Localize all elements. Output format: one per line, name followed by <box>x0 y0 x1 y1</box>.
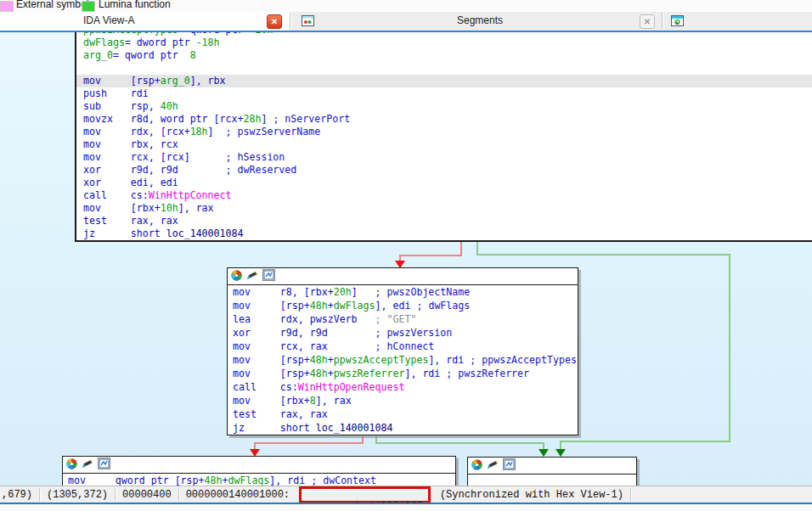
asm-line[interactable]: mov [rsp+48h+dwFlags], edi ; dwFlags <box>228 299 578 312</box>
asm-block-body: mov r8, [rbx+20h] ; pwszObjectNamemov [r… <box>228 285 578 435</box>
edge-red-mid-to-bottom-left <box>255 436 363 450</box>
status-address: 0000000140001000: <box>179 487 296 503</box>
dock-tab-bar: IDA View-A ✕ Segments ✕ <box>0 12 812 31</box>
block-titlebar <box>468 458 636 474</box>
status-divider <box>630 488 631 502</box>
asm-line[interactable]: xor r9d, r9d ; dwReserved <box>76 164 812 177</box>
bottom-strip <box>0 504 812 511</box>
ida-graph-view[interactable]: ppwszAcceptTypes= qword ptr -20hdwFlags=… <box>0 32 812 486</box>
asm-block-body: mov qword ptr [rsp+48h+dwFlags], rdi ; d… <box>63 474 455 486</box>
color-wheel-icon[interactable] <box>66 458 77 472</box>
asm-block-body: ppwszAcceptTypes= qword ptr -20hdwFlags=… <box>76 32 812 240</box>
lumina-function-label: Lumina function <box>99 0 171 12</box>
edit-block-icon[interactable] <box>487 459 499 473</box>
lumina-function-swatch <box>82 1 95 12</box>
asm-line[interactable]: push rdi <box>76 87 812 100</box>
arrowhead-dark-green <box>539 449 549 457</box>
asm-line[interactable]: test rax, rax <box>228 407 578 421</box>
asm-line[interactable]: mov rcx, rax ; hConnect <box>228 340 578 353</box>
asm-line[interactable]: jz short loc_140001084 <box>76 227 812 240</box>
status-cursor-pos-partial: ,679) <box>0 487 39 503</box>
asm-line[interactable]: mov [rbx+8], rax <box>228 394 578 407</box>
asm-line[interactable]: mov rdx, [rcx+18h] ; pswzServerName <box>76 126 812 138</box>
color-legend-bar: External symbol Lumina function <box>0 0 812 13</box>
edit-block-icon[interactable] <box>246 270 258 284</box>
status-bar: ,679) (1305,372) 00000400 00000001400010… <box>0 486 812 503</box>
tab-segments-label: Segments <box>457 14 503 26</box>
tab-separator-highlight <box>290 13 291 30</box>
arrowhead-dark-green <box>555 449 566 457</box>
close-segments-button[interactable]: ✕ <box>640 14 655 29</box>
asm-line[interactable]: sub rsp, 40h <box>76 100 812 113</box>
tab-extra-pane[interactable] <box>664 12 812 31</box>
close-ida-view-button[interactable]: ✕ <box>267 14 282 29</box>
asm-line[interactable]: call cs:WinHttpConnect <box>76 189 812 202</box>
asm-line[interactable]: jz short loc_140001084 <box>228 421 578 435</box>
basic-block-entry[interactable]: ppwszAcceptTypes= qword ptr -20hdwFlags=… <box>75 32 812 242</box>
tab-ida-view-a[interactable]: IDA View-A ✕ <box>0 12 290 31</box>
asm-line[interactable]: arg_0= qword ptr 8 <box>76 49 812 62</box>
ida-pro-window: External symbol Lumina function IDA View… <box>0 0 812 511</box>
external-symbol-label: External symbol <box>16 0 88 12</box>
edge-red-top-to-mid <box>400 242 461 261</box>
asm-line[interactable]: mov qword ptr [rsp+48h+dwFlags], rdi ; d… <box>63 474 455 486</box>
basic-block-bottom-right[interactable] <box>467 457 637 486</box>
tab-ida-view-a-label: IDA View-A <box>83 14 134 26</box>
graph-frame-icon[interactable] <box>503 458 516 473</box>
asm-line[interactable]: call cs:WinHttpOpenRequest <box>228 380 578 394</box>
status-file-offset: 00000400 <box>116 487 178 503</box>
asm-line[interactable]: mov [rsp+arg_0], rbx <box>76 75 812 87</box>
status-sync-text: (Synchronized with Hex View-1) <box>433 487 630 503</box>
color-wheel-icon[interactable] <box>231 270 242 284</box>
asm-line[interactable]: movzx r8d, word ptr [rcx+28h] ; nServerP… <box>76 113 812 126</box>
window-icon <box>302 14 314 31</box>
asm-line[interactable]: test rax, rax <box>76 215 812 227</box>
asm-line[interactable]: mov rbx, rcx <box>76 138 812 151</box>
color-wheel-icon[interactable] <box>471 459 482 473</box>
asm-line[interactable]: mov r8, [rbx+20h] ; pwszObjectName <box>228 285 578 299</box>
asm-line[interactable]: mov rcx, [rcx] ; hSession <box>76 151 812 164</box>
tab-segments[interactable]: Segments ✕ <box>293 12 662 31</box>
graph-frame-icon[interactable] <box>262 269 275 284</box>
basic-block-bottom-left[interactable]: mov qword ptr [rsp+48h+dwFlags], rdi ; d… <box>62 456 456 486</box>
asm-line[interactable]: dwFlags= dword ptr -18h <box>76 36 812 49</box>
basic-block-winhttpopenrequest[interactable]: mov r8, [rbx+20h] ; pwszObjectNamemov [r… <box>227 267 578 435</box>
window-icon <box>671 14 684 31</box>
asm-line[interactable]: mov [rsp+48h+ppwszAcceptTypes], rdi ; pp… <box>228 353 578 367</box>
graph-frame-icon[interactable] <box>98 458 110 472</box>
function-name-annotation-box: sub_140001000 <box>299 486 431 503</box>
asm-line[interactable]: mov [rbx+10h], rax <box>76 202 812 215</box>
edit-block-icon[interactable] <box>82 458 93 472</box>
tab-separator-highlight <box>663 13 663 30</box>
edge-green-mid-to-bottom-right <box>376 436 544 450</box>
block-titlebar <box>63 457 455 474</box>
external-symbol-swatch <box>0 1 14 12</box>
status-graph-pos: (1305,372) <box>40 487 115 503</box>
asm-line[interactable] <box>76 62 812 75</box>
asm-line[interactable]: xor edi, edi <box>76 177 812 189</box>
block-titlebar <box>228 268 578 285</box>
asm-line[interactable]: xor r9d, r9d ; pwszVersion <box>228 326 578 340</box>
asm-line[interactable]: lea rdx, pwszVerb ; "GET" <box>228 312 578 326</box>
asm-line[interactable]: mov [rsp+48h+pwszReferrer], rdi ; pwszRe… <box>228 367 578 380</box>
